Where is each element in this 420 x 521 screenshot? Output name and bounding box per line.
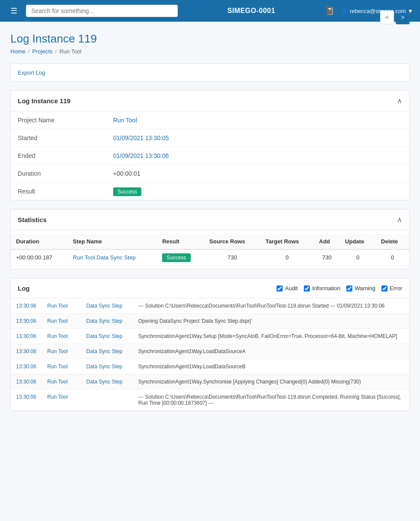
filter-checkbox-warning[interactable] (346, 285, 352, 292)
info-label: Result (11, 183, 106, 200)
stats-table: DurationStep NameResultSource RowsTarget… (11, 234, 409, 265)
log-step: Data Sync Step (81, 329, 133, 344)
page-title: Log Instance 119 (10, 32, 410, 46)
info-value: 01/09/2021 13:30:06 (106, 147, 409, 165)
info-value[interactable]: Run Tool (106, 111, 409, 129)
collapse-icon[interactable]: ∧ (397, 97, 402, 105)
statistics-title: Statistics (18, 216, 47, 223)
filter-checkbox-information[interactable] (304, 285, 310, 292)
stats-collapse-icon[interactable]: ∧ (397, 216, 402, 224)
log-time: 13:30:06 (11, 374, 42, 390)
filter-checkbox-error[interactable] (381, 285, 387, 292)
breadcrumb-sep-1: / (28, 48, 30, 55)
log-time: 13:30:06 (11, 298, 42, 314)
log-message: SynchronizationAgent1Way.LoadDataSourceB (133, 359, 409, 374)
user-menu[interactable]: 👤 rebecca@simego.com ▼ (341, 8, 413, 14)
log-step: Data Sync Step (81, 359, 133, 374)
log-filter-information[interactable]: Information (304, 285, 340, 292)
log-project: Run Tool (42, 329, 81, 344)
log-time: 13:30:06 (11, 390, 42, 411)
username: rebecca@simego.com (350, 8, 406, 14)
log-step (81, 390, 133, 411)
log-row: 13:30:06Run ToolData Sync StepSynchroniz… (11, 359, 409, 374)
breadcrumb-sep-2: / (55, 48, 57, 55)
log-instance-header: Log Instance 119 ∧ (11, 91, 409, 111)
stats-numeric-0: 730 (204, 249, 260, 265)
log-row: 13:30:06Run ToolData Sync StepSynchroniz… (11, 374, 409, 390)
log-time: 13:30:06 (11, 359, 42, 374)
log-project: Run Tool (42, 298, 81, 314)
dropdown-icon: ▼ (407, 8, 413, 14)
log-row: 13:30:06Run ToolData Sync StepOpening Da… (11, 314, 409, 329)
log-filter-audit[interactable]: Audit (277, 285, 298, 292)
log-project: Run Tool (42, 390, 81, 411)
breadcrumb-current: Run Tool (59, 48, 81, 55)
app-title: SIMEGO-0001 (178, 7, 325, 15)
stats-result: Success (157, 249, 204, 265)
status-badge: Success (113, 187, 141, 196)
step-name-link[interactable]: Run Tool.Data Sync Step (73, 254, 136, 261)
search-input[interactable] (26, 5, 178, 17)
header-right: 📓 👤 rebecca@simego.com ▼ (325, 6, 413, 16)
breadcrumb: Home / Projects / Run Tool (10, 48, 410, 55)
log-step: Data Sync Step (81, 344, 133, 359)
statistics-card: Statistics ∧ DurationStep NameResultSour… (10, 209, 410, 269)
log-title: Log (18, 285, 30, 292)
log-row: 13:30:06Run ToolData Sync Step--- Soluti… (11, 298, 409, 314)
log-time: 13:30:06 (11, 314, 42, 329)
log-message: SynchronizationAgent1Way.Synchronise [Ap… (133, 374, 409, 390)
breadcrumb-projects[interactable]: Projects (32, 48, 52, 55)
filter-label-error: Error (390, 285, 402, 292)
stats-column-header: Update (340, 234, 376, 249)
info-date-link[interactable]: 01/09/2021 13:30:06 (113, 152, 169, 159)
stats-column-header: Target Rows (260, 234, 314, 249)
breadcrumb-home[interactable]: Home (10, 48, 26, 55)
info-label: Ended (11, 147, 106, 165)
info-label: Project Name (11, 111, 106, 129)
export-log-link[interactable]: Export Log (18, 69, 45, 76)
log-project: Run Tool (42, 374, 81, 390)
info-label: Duration (11, 165, 106, 183)
log-filters: AuditInformationWarningError (277, 285, 402, 292)
log-filter-warning[interactable]: Warning (346, 285, 375, 292)
stats-step-name[interactable]: Run Tool.Data Sync Step (68, 249, 157, 265)
filter-checkbox-audit[interactable] (277, 285, 283, 292)
log-row: 13:30:06Run ToolData Sync StepSynchroniz… (11, 329, 409, 344)
log-time: 13:30:06 (11, 329, 42, 344)
log-project: Run Tool (42, 314, 81, 329)
log-section-header: Log AuditInformationWarningError (11, 279, 409, 298)
log-table: 13:30:06Run ToolData Sync Step--- Soluti… (11, 298, 409, 411)
log-step: Data Sync Step (81, 374, 133, 390)
log-row: 13:30:06Run Tool--- Solution C:\Users\Re… (11, 390, 409, 411)
stats-numeric-2: 730 (314, 249, 340, 265)
log-step: Data Sync Step (81, 314, 133, 329)
log-message: --- Solution C:\Users\Rebecca\Documents\… (133, 390, 409, 411)
log-message: --- Solution C:\Users\Rebecca\Documents\… (133, 298, 409, 314)
info-link[interactable]: Run Tool (113, 117, 137, 124)
info-label: Started (11, 129, 106, 147)
app-header: ☰ SIMEGO-0001 📓 👤 rebecca@simego.com ▼ (0, 0, 420, 22)
result-badge: Success (162, 253, 190, 262)
log-step: Data Sync Step (81, 298, 133, 314)
notebook-icon: 📓 (325, 6, 334, 16)
log-project: Run Tool (42, 359, 81, 374)
stats-column-header: Duration (11, 234, 68, 249)
info-table: Project NameRun ToolStarted01/09/2021 13… (11, 111, 409, 200)
user-icon: 👤 (341, 8, 348, 14)
log-row: 13:30:06Run ToolData Sync StepSynchroniz… (11, 344, 409, 359)
log-message: SynchronizationAgent1Way.Setup [Mode=Syn… (133, 329, 409, 344)
stats-column-header: Result (157, 234, 204, 249)
log-time: 13:30:06 (11, 344, 42, 359)
menu-button[interactable]: ☰ (7, 4, 21, 17)
stats-column-header: Delete (376, 234, 409, 249)
filter-label-information: Information (312, 285, 340, 292)
info-date-link[interactable]: 01/09/2021 13:30:05 (113, 134, 169, 141)
main-content: < > Log Instance 119 Home / Projects / R… (0, 22, 420, 430)
log-message: SynchronizationAgent1Way.LoadDataSourceA (133, 344, 409, 359)
stats-numeric-3: 0 (340, 249, 376, 265)
info-value: +00:00:01 (106, 165, 409, 183)
stats-row: +00:00:00.187Run Tool.Data Sync StepSucc… (11, 249, 409, 265)
log-filter-error[interactable]: Error (381, 285, 402, 292)
stats-column-header: Add (314, 234, 340, 249)
log-card: Log AuditInformationWarningError 13:30:0… (10, 278, 410, 411)
